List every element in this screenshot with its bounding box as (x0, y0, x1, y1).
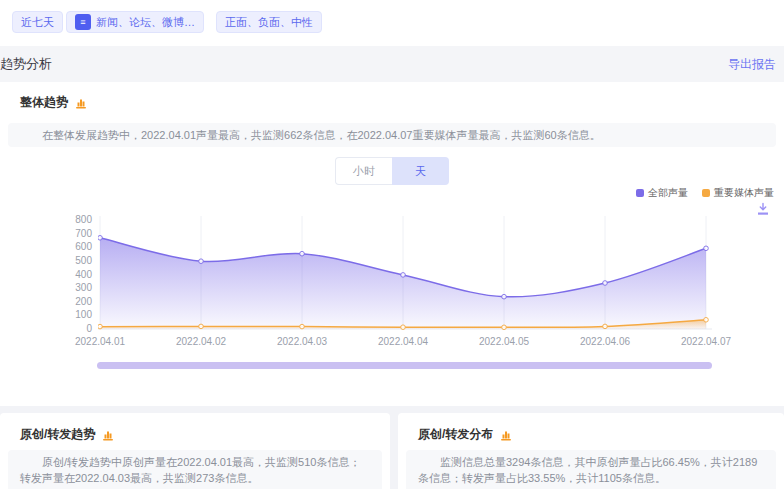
card-summary-text: 原创/转发趋势中原创声量在2022.04.01最高，共监测510条信息；转发声量… (20, 456, 360, 484)
podium-chart-icon (74, 96, 88, 110)
x-tick: 2022.04.04 (378, 336, 428, 347)
x-tick: 2022.04.03 (277, 336, 327, 347)
podium-chart-icon (101, 428, 115, 442)
toggle-hour-button[interactable]: 小时 (335, 157, 392, 185)
page: 近七天 ≡ 新闻、论坛、微博… 正面、负面、中性 趋势分析 导出报告 整体趋势 … (0, 0, 784, 489)
export-report-link[interactable]: 导出报告 (728, 56, 776, 73)
y-tick: 200 (75, 297, 92, 307)
filter-date-range[interactable]: 近七天 (12, 11, 63, 33)
overall-summary: 在整体发展趋势中，2022.04.01声量最高，共监测662条信息，在2022.… (8, 123, 776, 147)
card-summary: 原创/转发趋势中原创声量在2022.04.01最高，共监测510条信息；转发声量… (8, 450, 382, 489)
y-tick: 700 (75, 229, 92, 239)
original-repost-trend-card: 原创/转发趋势 原创/转发趋势中原创声量在2022.04.01最高，共监测510… (0, 413, 390, 489)
card-title: 原创/转发分布 (418, 426, 493, 443)
legend-marker-total (636, 189, 644, 197)
card-title: 原创/转发趋势 (20, 426, 95, 443)
page-title: 趋势分析 (0, 55, 52, 73)
overall-summary-text: 在整体发展趋势中，2022.04.01声量最高，共监测662条信息，在2022.… (42, 129, 601, 141)
y-tick: 300 (75, 283, 92, 293)
y-tick: 800 (75, 215, 92, 225)
granularity-toggle: 小时 天 (335, 157, 449, 185)
filter-sentiments-label: 正面、负面、中性 (225, 15, 313, 30)
original-repost-distribution-card: 原创/转发分布 监测信息总量3294条信息，其中原创声量占比66.45%，共计2… (398, 413, 784, 489)
legend-label-total: 全部声量 (648, 186, 688, 200)
download-chart-icon[interactable] (756, 202, 770, 216)
y-tick: 100 (75, 310, 92, 320)
toggle-day-button[interactable]: 天 (392, 157, 449, 185)
media-source-icon: ≡ (75, 14, 91, 30)
filter-bar: 近七天 ≡ 新闻、论坛、微博… 正面、负面、中性 (0, 0, 784, 46)
chart-legend: 全部声量 重要媒体声量 (622, 186, 774, 200)
y-tick: 600 (75, 242, 92, 252)
x-tick: 2022.04.05 (479, 336, 529, 347)
card-title-row: 原创/转发趋势 (20, 426, 115, 443)
y-tick: 500 (75, 256, 92, 266)
x-tick: 2022.04.01 (75, 336, 125, 347)
legend-item-total[interactable]: 全部声量 (636, 186, 688, 200)
legend-marker-media (702, 189, 710, 197)
section-header: 趋势分析 导出报告 (0, 46, 784, 82)
filter-date-range-label: 近七天 (21, 15, 54, 30)
x-tick: 2022.04.02 (176, 336, 226, 347)
x-tick: 2022.04.07 (681, 336, 731, 347)
legend-item-media[interactable]: 重要媒体声量 (702, 186, 774, 200)
filter-media-types[interactable]: ≡ 新闻、论坛、微博… (66, 11, 204, 33)
overall-trend-card: 整体趋势 在整体发展趋势中，2022.04.01声量最高，共监测662条信息，在… (0, 82, 784, 406)
overall-trend-title: 整体趋势 (20, 94, 68, 111)
trend-area-chart[interactable] (98, 216, 712, 332)
card-summary: 监测信息总量3294条信息，其中原创声量占比66.45%，共计2189条信息；转… (406, 450, 776, 489)
x-axis: 2022.04.012022.04.022022.04.032022.04.04… (98, 336, 712, 350)
overall-trend-title-row: 整体趋势 (20, 94, 88, 111)
x-tick: 2022.04.06 (580, 336, 630, 347)
legend-label-media: 重要媒体声量 (714, 186, 774, 200)
podium-chart-icon (499, 428, 513, 442)
filter-media-types-label: 新闻、论坛、微博… (96, 15, 195, 30)
y-tick: 0 (86, 324, 92, 334)
card-summary-text: 监测信息总量3294条信息，其中原创声量占比66.45%，共计2189条信息；转… (418, 456, 757, 484)
filter-sentiments[interactable]: 正面、负面、中性 (216, 11, 322, 33)
y-tick: 400 (75, 270, 92, 280)
y-axis: 0100200300400500600700800 (58, 216, 92, 332)
card-title-row: 原创/转发分布 (418, 426, 513, 443)
chart-scrollbar[interactable] (97, 362, 712, 369)
